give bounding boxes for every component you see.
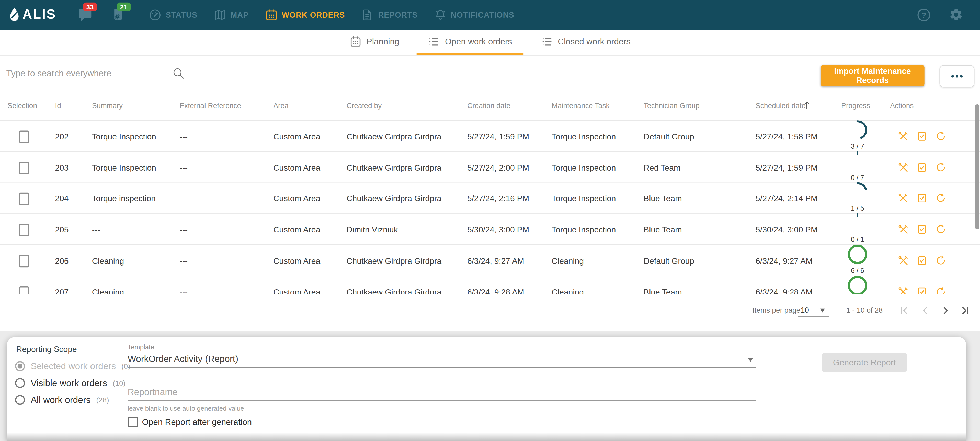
redo-icon[interactable] [936,255,946,265]
redo-icon[interactable] [936,131,946,141]
cell-summary: Torque inspection [92,194,156,203]
cell-maintenance-task: Torque Inspection [552,132,616,141]
reportname-input[interactable]: Reportname [127,387,177,397]
maintenance-icon[interactable] [898,193,908,203]
app-logo[interactable]: ALIS [8,6,56,22]
scope-radio-selected-work-orders[interactable]: Selected work orders (0) [15,361,130,371]
complete-tasks-icon[interactable] [917,162,927,172]
table-row[interactable]: 202Torque Inspection---Custom AreaChutka… [0,120,980,151]
settings-gear-icon[interactable] [949,7,963,22]
table-row[interactable]: 206Cleaning---Custom AreaChutkaew Girdpr… [0,244,980,275]
column-header-summary[interactable]: Summary [92,102,123,109]
items-per-page-select[interactable]: 10 [800,306,809,314]
pending-badge: 21 [117,3,130,11]
cell-external-reference: --- [180,225,188,235]
maintenance-icon[interactable] [898,224,908,235]
complete-tasks-icon[interactable] [917,255,927,265]
column-header-area[interactable]: Area [273,102,288,109]
cell-area: Custom Area [273,287,320,293]
maintenance-icon[interactable] [898,255,908,265]
next-page-icon[interactable] [941,305,951,316]
complete-tasks-icon[interactable] [917,224,927,235]
column-header-external-reference[interactable]: External Reference [180,102,241,109]
column-header-actions[interactable]: Actions [890,102,913,109]
tab-planning[interactable]: Planning [339,30,411,55]
generate-report-button[interactable]: Generate Report [822,353,907,372]
search-input[interactable] [6,64,185,82]
progress-fraction: 6 / 6 [838,267,876,274]
open-report-checkbox[interactable] [127,417,138,427]
progress-ring [846,213,869,235]
nav-item-notifications[interactable]: NOTIFICATIONS [434,9,514,21]
nav-item-status[interactable]: STATUS [149,9,197,21]
cell-creation-date: 6/3/24, 9:28 AM [467,287,524,293]
list-icon [541,35,553,47]
last-page-icon[interactable] [960,305,970,316]
table-row[interactable]: 205------Custom AreaDimitri Vizniuk5/30/… [0,213,980,244]
progress-ring [846,274,869,293]
column-header-selection[interactable]: Selection [7,102,37,109]
redo-icon[interactable] [936,193,946,203]
row-select-checkbox[interactable] [19,255,29,267]
row-select-checkbox[interactable] [19,286,29,294]
radio-icon[interactable] [15,378,25,388]
complete-tasks-icon[interactable] [917,193,927,203]
import-maintenance-records-button[interactable]: Import Maintenance Records [821,65,924,86]
nav-item-work-orders[interactable]: WORK ORDERS [265,9,345,21]
column-header-technician-group[interactable]: Technician Group [644,102,700,109]
column-header-creation-date[interactable]: Creation date [467,102,511,109]
previous-page-icon[interactable] [920,305,930,316]
open-report-label[interactable]: Open Report after generation [142,417,252,427]
maintenance-icon[interactable] [898,131,908,141]
cell-maintenance-task: Torque Inspection [552,163,616,172]
reportname-hint: leave blank to use auto generated value [127,404,244,412]
maintenance-icon[interactable] [898,287,908,293]
radio-icon[interactable] [15,395,25,405]
cell-created-by: Chutkaew Girdpra Girdpra [347,287,441,293]
table-row[interactable]: 207Cleaning---Custom AreaChutkaew Girdpr… [0,275,980,293]
column-header-progress[interactable]: Progress [841,102,870,109]
progress-fraction: 0 / 1 [838,236,876,243]
table-row[interactable]: 204Torque inspection---Custom AreaChutka… [0,182,980,213]
cell-technician-group: Blue Team [644,287,682,293]
column-header-scheduled-date[interactable]: Scheduled date [756,102,806,109]
nav-item-reports[interactable]: REPORTS [361,9,418,21]
row-select-checkbox[interactable] [19,130,29,143]
row-select-checkbox[interactable] [19,193,29,205]
redo-icon[interactable] [936,287,946,293]
progress-fraction: 0 / 7 [838,174,876,181]
cell-maintenance-task: Cleaning [552,287,584,293]
cell-technician-group: Blue Team [644,225,682,235]
scope-radio-visible-work-orders[interactable]: Visible work orders (10) [15,378,126,388]
complete-tasks-icon[interactable] [917,131,927,141]
column-header-created-by[interactable]: Created by [347,102,382,109]
redo-icon[interactable] [936,162,946,172]
items-per-page-caret-icon[interactable] [820,309,825,313]
template-caret-icon[interactable] [748,358,753,362]
row-select-checkbox[interactable] [19,224,29,236]
radio-icon[interactable] [15,361,25,371]
cell-area: Custom Area [273,194,320,203]
tab-closed-work-orders[interactable]: Closed work orders [530,30,642,55]
row-select-checkbox[interactable] [19,162,29,174]
maintenance-icon[interactable] [898,162,908,172]
first-page-icon[interactable] [899,305,910,316]
template-select[interactable]: WorkOrder Activity (Report) [127,354,238,363]
sort-ascending-icon[interactable] [803,101,811,109]
document-icon [361,9,374,21]
complete-tasks-icon[interactable] [917,287,927,293]
reportname-underline [127,400,756,401]
vertical-scrollbar[interactable] [975,105,980,229]
tab-open-work-orders[interactable]: Open work orders [417,30,523,55]
scope-radio-all-work-orders[interactable]: All work orders (28) [15,395,109,405]
redo-icon[interactable] [936,224,946,235]
help-icon[interactable]: ? [917,8,931,22]
cell-external-reference: --- [180,287,188,293]
nav-item-map[interactable]: MAP [214,9,249,21]
column-header-maintenance-task[interactable]: Maintenance Task [552,102,609,109]
more-options-button[interactable] [939,65,974,87]
cell-id: 203 [55,163,68,172]
column-header-id[interactable]: Id [55,102,61,109]
cell-summary: Cleaning [92,287,124,293]
table-row[interactable]: 203Torque Inspection---Custom AreaChutka… [0,151,980,182]
